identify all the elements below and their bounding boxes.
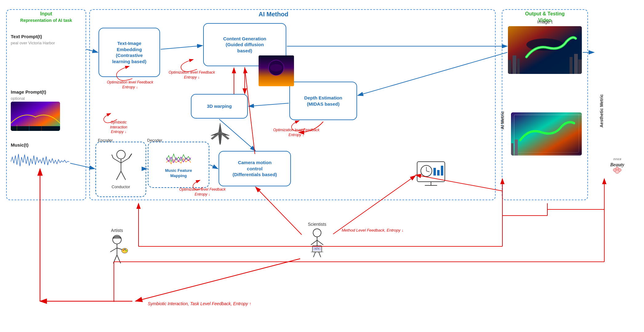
image-prompt-thumb bbox=[11, 102, 60, 131]
feedback-text-5: Optimization level FeedbackEntropy ↓ bbox=[175, 187, 229, 197]
svg-point-44 bbox=[616, 167, 619, 170]
fighter-jet-icon bbox=[205, 122, 235, 146]
svg-point-26 bbox=[270, 64, 282, 71]
image-prompt-sublabel: optional bbox=[11, 96, 25, 101]
feedback-text-3: SymbioticInteractionEntropy ↓ bbox=[96, 120, 141, 135]
svg-line-53 bbox=[113, 255, 117, 263]
artists-section: Artists bbox=[102, 228, 132, 265]
image-prompt-label: Image Prompt(t) bbox=[11, 89, 46, 95]
svg-rect-14 bbox=[513, 55, 516, 74]
svg-line-57 bbox=[311, 240, 317, 245]
3d-warping-node: 3D warping bbox=[191, 94, 248, 119]
ai-metric-monitor bbox=[416, 160, 446, 188]
image-t-label: Image t bbox=[508, 19, 582, 24]
section-input-title: Input Representation of AI task bbox=[9, 11, 83, 24]
diagram-container: Input Representation of AI task AI Metho… bbox=[0, 0, 644, 332]
svg-text:Beauty: Beauty bbox=[610, 162, 625, 168]
svg-point-52 bbox=[126, 250, 127, 251]
svg-line-58 bbox=[317, 240, 323, 245]
svg-line-54 bbox=[117, 255, 121, 263]
depth-scene-thumb bbox=[259, 55, 294, 86]
section-ai-title: AI Method bbox=[259, 11, 288, 18]
svg-rect-15 bbox=[517, 59, 520, 74]
svg-rect-13 bbox=[508, 60, 511, 74]
feedback-text-2: Optimization level FeedbackEntropy ↓ bbox=[166, 70, 218, 80]
svg-marker-27 bbox=[211, 123, 229, 145]
camera-motion-node: Camera motioncontrol(Differentials based… bbox=[219, 151, 291, 186]
svg-rect-22 bbox=[511, 143, 513, 156]
scientists-label: Scientists bbox=[302, 222, 332, 227]
svg-line-47 bbox=[110, 248, 117, 252]
artists-label: Artists bbox=[102, 228, 132, 233]
svg-point-55 bbox=[313, 229, 321, 237]
svg-point-3 bbox=[117, 150, 125, 159]
svg-rect-36 bbox=[441, 166, 443, 176]
svg-point-51 bbox=[124, 249, 126, 250]
svg-rect-1 bbox=[11, 126, 60, 131]
conductor-node: Conductor bbox=[95, 142, 146, 197]
symbiotic-feedback-text: Symbiotic Interaction, Task Level Feedba… bbox=[148, 301, 251, 306]
text-prompt-label: Text Prompt(t) bbox=[11, 34, 42, 39]
text-image-embedding-node: Text-ImageEmbedding(Contrastivelearning … bbox=[99, 28, 160, 77]
text-prompt-sublabel: peal over Victoria Harbor bbox=[11, 41, 55, 45]
feedback-text-4: Optimization level FeedbackEntropy ↓ bbox=[268, 128, 325, 137]
image-t-thumb bbox=[508, 26, 582, 74]
svg-line-93 bbox=[135, 259, 300, 301]
svg-rect-35 bbox=[437, 170, 440, 176]
method-feedback-text: Method Level Feedback, Entropy ↓ bbox=[342, 228, 404, 233]
aesthetic-metric-beauty: INNER Beauty bbox=[605, 151, 630, 176]
svg-text:</>: </> bbox=[315, 247, 319, 250]
svg-line-6 bbox=[112, 155, 113, 158]
music-label: Music(t) bbox=[11, 142, 29, 148]
svg-rect-34 bbox=[433, 168, 436, 176]
svg-text:INNER: INNER bbox=[613, 158, 622, 161]
svg-point-50 bbox=[123, 249, 124, 251]
svg-rect-23 bbox=[515, 140, 518, 156]
scientists-section: Scientists </> bbox=[302, 222, 332, 259]
music-waveform bbox=[11, 151, 69, 172]
depth-estimation-node: Depth Estimation(MIDAS based) bbox=[289, 82, 357, 120]
music-feature-mapping-node: Music FeatureMapping bbox=[148, 142, 209, 188]
svg-rect-17 bbox=[574, 54, 578, 74]
svg-rect-18 bbox=[578, 59, 582, 74]
ai-metric-label: AI Metric bbox=[499, 92, 505, 148]
feedback-text-1: Optimization level FeedbackEntropy ↓ bbox=[103, 80, 157, 90]
svg-line-9 bbox=[116, 171, 121, 180]
svg-line-10 bbox=[121, 171, 126, 180]
output-video-thumb bbox=[511, 112, 582, 156]
aesthetic-metric-label: Aesthetic Metric bbox=[598, 77, 605, 145]
svg-rect-30 bbox=[417, 162, 445, 182]
svg-rect-16 bbox=[570, 57, 573, 74]
svg-line-8 bbox=[129, 154, 132, 158]
